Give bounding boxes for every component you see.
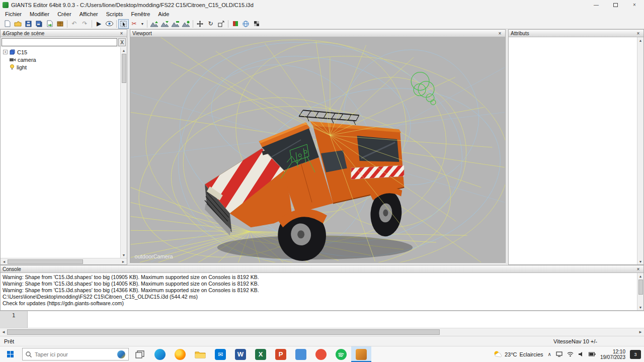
minimize-button[interactable]: — [587,0,606,10]
taskbar-app-red[interactable] [311,346,331,362]
viewport-canvas[interactable]: outdoorCamera [130,37,505,262]
taskbar-app-powerpoint[interactable]: P [271,346,291,362]
scale-tool-button[interactable] [216,19,226,29]
menu-fenetre[interactable]: Fenêtre [127,10,154,18]
checker-view-button[interactable] [251,19,262,29]
scrollbar-left-button[interactable]: ◄ [0,330,7,334]
system-tray: 23°C Eclaircies ∧ 12:10 19/07/2023 3 [490,346,644,362]
wifi-icon[interactable] [567,351,574,357]
viewport-close-button[interactable]: × [497,31,503,36]
select-tool-button[interactable] [118,19,129,29]
battery-icon[interactable] [589,352,596,356]
scrollbar-thumb[interactable] [638,280,643,295]
scrollbar-thumb[interactable] [7,329,440,335]
new-file-button[interactable] [2,19,13,29]
expand-icon[interactable]: + [3,50,8,54]
menu-modifier[interactable]: Modifier [26,10,53,18]
taskbar-app-edge[interactable] [150,346,170,362]
toolbar: ↶ ↷ ▶ ✂ ▼ ↻ [0,19,644,29]
notification-center-button[interactable]: 3 [630,350,641,359]
toolbar-separator [116,20,117,28]
menu-fichier[interactable]: Fichier [1,10,26,18]
globe-icon [243,21,249,27]
visibility-button[interactable] [104,19,115,29]
terrain-lower-button[interactable] [159,19,170,29]
script-input-area[interactable] [28,311,644,328]
taskbar-app-giants-editor[interactable] [351,346,371,362]
console-vscrollbar[interactable]: ▲ ▼ [637,273,643,310]
menu-scripts[interactable]: Scripts [102,10,127,18]
attributes-vscrollbar[interactable]: ▲ ▼ [637,37,643,264]
taskbar-app-file-explorer[interactable] [190,346,210,362]
light-bulb-icon [10,64,15,70]
taskbar-app-mail[interactable]: ✉ [210,346,230,362]
terrain-flatten-button[interactable] [170,19,181,29]
main-hscrollbar[interactable]: ◄ ► [0,328,644,336]
console-close-button[interactable]: × [635,266,641,272]
taskbar-search-input[interactable] [35,351,114,357]
scene-graph-close-button[interactable]: × [118,31,125,36]
display-mode-button[interactable] [230,19,240,29]
scene-filter-row: X [1,37,127,47]
scrollbar-thumb[interactable] [122,54,126,83]
scene-tree-hscrollbar[interactable]: ◄ ► [1,258,127,264]
search-highlight-icon[interactable] [117,350,125,358]
display-mode-icon [232,21,238,27]
taskbar-app-excel[interactable]: X [251,346,271,362]
taskbar-clock[interactable]: 12:10 19/07/2023 [600,349,625,360]
cut-tool-button[interactable]: ✂ [129,19,139,29]
scrollbar-down-button[interactable]: ▼ [639,304,642,310]
terrain-raise-button[interactable] [149,19,159,29]
hidden-icons-chevron[interactable]: ∧ [548,351,551,357]
tree-item-camera[interactable]: camera [1,56,120,63]
start-button[interactable] [0,346,21,362]
firefox-icon [175,349,186,360]
scrollbar-up-button[interactable]: ▲ [639,273,642,279]
viewport-3d-scene[interactable]: outdoorCamera [130,37,505,262]
tree-item-light[interactable]: light [1,63,120,71]
scrollbar-right-button[interactable]: ► [120,260,127,263]
play-button[interactable]: ▶ [94,19,104,29]
taskbar-app-firefox[interactable] [170,346,190,362]
volume-icon[interactable] [578,351,584,357]
weather-icon [493,350,502,358]
scene-filter-input[interactable] [2,38,117,46]
attributes-close-button[interactable]: × [635,31,641,36]
undo-button[interactable]: ↶ [69,19,79,29]
taskbar-app-word[interactable]: W [230,346,251,362]
taskbar-app-spotify[interactable] [331,346,351,362]
console-output: Warning: Shape from 'C15.i3d.shapes' too… [1,273,637,310]
terrain-paint-button[interactable] [181,19,191,29]
scene-tree-vscrollbar[interactable]: ▲ ▼ [120,47,127,258]
windows-logo-icon [7,351,14,358]
task-view-button[interactable] [130,346,150,362]
open-file-button[interactable] [13,19,23,29]
scrollbar-up-button[interactable]: ▲ [122,47,126,53]
display-tray-icon[interactable] [556,351,562,357]
tool-options-dropdown[interactable]: ▼ [139,19,145,29]
package-button[interactable] [55,19,65,29]
close-button[interactable]: × [625,0,644,10]
world-view-button[interactable] [240,19,251,29]
scrollbar-left-button[interactable]: ◄ [1,260,8,263]
menu-creer[interactable]: Créer [53,10,75,18]
taskbar-app-blue[interactable] [291,346,311,362]
scrollbar-up-button[interactable]: ▲ [639,37,642,43]
rotate-tool-button[interactable]: ↻ [205,19,216,29]
scrollbar-down-button[interactable]: ▼ [122,252,126,258]
scrollbar-right-button[interactable]: ► [637,330,644,334]
menu-aide[interactable]: Aide [154,10,173,18]
tree-item-c15[interactable]: + C15 [1,48,120,56]
save-button[interactable] [23,19,34,29]
save-all-button[interactable] [34,19,44,29]
menu-afficher[interactable]: Afficher [75,10,102,18]
export-button[interactable] [44,19,55,29]
scrollbar-thumb[interactable] [8,259,83,264]
scene-filter-clear-button[interactable]: X [118,38,126,46]
weather-widget[interactable]: 23°C Eclaircies [493,350,543,358]
redo-button[interactable]: ↷ [79,19,90,29]
scrollbar-down-button[interactable]: ▼ [639,258,642,264]
translate-tool-button[interactable] [195,19,205,29]
maximize-button[interactable] [606,0,625,10]
taskbar-search-box[interactable] [22,348,129,360]
